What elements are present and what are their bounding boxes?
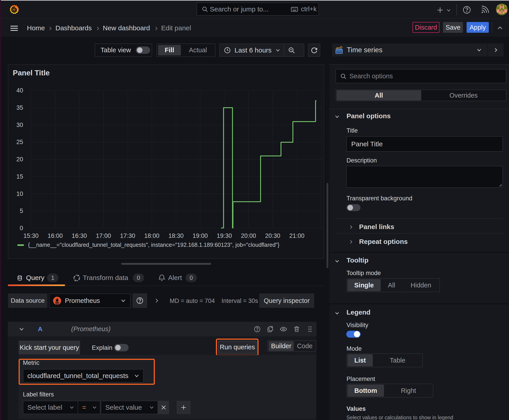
svg-text:19:00: 19:00 — [193, 232, 208, 239]
svg-text:20:00: 20:00 — [241, 232, 256, 239]
svg-text:0: 0 — [20, 225, 23, 232]
svg-text:35: 35 — [16, 104, 23, 111]
svg-text:18:30: 18:30 — [168, 232, 183, 239]
svg-text:{__name__="cloudflared_tunnel_: {__name__="cloudflared_tunnel_total_requ… — [28, 242, 279, 248]
svg-text:25: 25 — [16, 139, 23, 145]
svg-text:17:30: 17:30 — [120, 232, 135, 239]
svg-text:16:00: 16:00 — [48, 232, 63, 239]
svg-text:17:00: 17:00 — [96, 232, 111, 239]
svg-text:40: 40 — [16, 87, 23, 94]
svg-text:20:30: 20:30 — [265, 232, 280, 239]
svg-text:15:30: 15:30 — [23, 232, 38, 239]
svg-text:10: 10 — [16, 190, 23, 197]
svg-text:30: 30 — [16, 122, 23, 128]
svg-text:19:30: 19:30 — [217, 232, 232, 239]
svg-text:16:30: 16:30 — [72, 232, 87, 239]
svg-text:21:00: 21:00 — [289, 232, 304, 239]
svg-text:5: 5 — [20, 208, 23, 214]
svg-text:15: 15 — [16, 173, 23, 180]
svg-text:20: 20 — [16, 156, 23, 163]
svg-text:18:00: 18:00 — [144, 232, 160, 239]
